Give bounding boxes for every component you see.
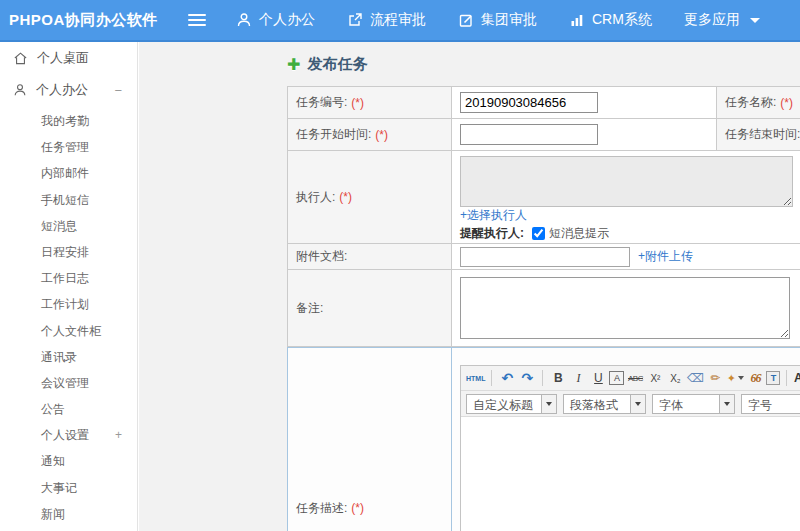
- sidebar-item-schedule[interactable]: 日程安排: [0, 239, 137, 265]
- required-mark: (*): [351, 501, 364, 515]
- nav-label: 个人办公: [259, 11, 315, 29]
- font-size-select[interactable]: 字号: [741, 394, 800, 414]
- top-header: PHPOA协同办公软件 个人办公 流程审批 集团审批 CRM系统: [0, 0, 800, 42]
- flow-icon: [347, 12, 363, 28]
- collapse-minus-icon[interactable]: −: [114, 83, 122, 98]
- task-number-label: 任务编号:(*): [288, 87, 452, 118]
- sms-remind-label: 短消息提示: [549, 225, 609, 242]
- italic-button[interactable]: I: [569, 369, 587, 388]
- sidebar-item-file-cabinet[interactable]: 个人文件柜: [0, 318, 137, 344]
- text-border-button[interactable]: A: [609, 371, 624, 385]
- end-time-label: 任务结束时间:(*): [717, 119, 800, 150]
- sidebar-item-short-message[interactable]: 短消息: [0, 213, 137, 239]
- paste-text-button[interactable]: T: [766, 371, 780, 385]
- start-time-input[interactable]: [460, 124, 598, 145]
- sidebar-item-meeting[interactable]: 会议管理: [0, 370, 137, 396]
- quick-format-button[interactable]: ✦: [726, 369, 744, 388]
- undo-icon[interactable]: ↶: [498, 369, 516, 388]
- underline-button[interactable]: U: [589, 369, 607, 388]
- chevron-down-icon[interactable]: [630, 395, 645, 413]
- required-mark: (*): [339, 190, 352, 204]
- attachment-input[interactable]: [460, 247, 630, 267]
- choose-executor-link[interactable]: +选择执行人: [460, 208, 527, 222]
- sidebar-item-announcement[interactable]: 公告: [0, 396, 137, 422]
- attachment-row: 附件文档: +附件上传: [288, 244, 800, 270]
- nav-label: 集团审批: [481, 11, 537, 29]
- nav-label: CRM系统: [592, 11, 652, 29]
- main-content: ✚ 发布任务 任务编号:(*) 任务名称:(*) 任务开始时间:(*): [139, 42, 800, 531]
- editor-toolbar-row1: HTML ↶ ↷ B I U A ABC X² X₂ ⌫ ✏ ✦ 66 T: [461, 366, 800, 391]
- executor-label: 执行人:(*): [288, 151, 452, 243]
- remark-row: 备注:: [288, 270, 800, 347]
- task-number-row: 任务编号:(*) 任务名称:(*): [288, 87, 800, 119]
- menu-toggle-icon[interactable]: [188, 14, 206, 26]
- user-icon: [13, 83, 27, 97]
- html-source-button[interactable]: HTML: [466, 369, 485, 388]
- task-name-label: 任务名称:(*): [717, 87, 800, 118]
- superscript-button[interactable]: X²: [646, 369, 664, 388]
- executor-textarea[interactable]: [460, 156, 793, 207]
- font-color-button[interactable]: A: [793, 369, 800, 388]
- task-number-input[interactable]: [460, 92, 598, 113]
- remind-executor-label: 提醒执行人:: [460, 225, 524, 242]
- page-title: ✚ 发布任务: [287, 54, 800, 74]
- sidebar-item-notice[interactable]: 通知: [0, 448, 137, 474]
- required-mark: (*): [351, 96, 364, 110]
- remark-label: 备注:: [288, 270, 452, 346]
- paragraph-format-select[interactable]: 段落格式: [563, 394, 646, 414]
- executor-row: 执行人:(*) +选择执行人 提醒执行人: 短消息提示: [288, 151, 800, 244]
- chevron-down-icon[interactable]: [719, 395, 734, 413]
- sms-remind-checkbox[interactable]: [532, 227, 545, 240]
- sidebar-item-address-book[interactable]: 通讯录: [0, 344, 137, 370]
- sidebar-item-internal-mail[interactable]: 内部邮件: [0, 160, 137, 186]
- top-nav: 个人办公 流程审批 集团审批 CRM系统 更多应用: [236, 11, 792, 29]
- task-description-label: 任务描述:: [296, 501, 347, 515]
- editor-content-area[interactable]: [461, 417, 800, 531]
- sidebar-item-label: 个人桌面: [37, 49, 89, 67]
- subscript-button[interactable]: X₂: [666, 369, 684, 388]
- expand-plus-icon[interactable]: +: [115, 422, 122, 448]
- sidebar-item-label: 个人办公: [36, 81, 88, 99]
- sidebar-item-vote[interactable]: 投票: [0, 527, 137, 531]
- strikethrough-button[interactable]: ABC: [626, 369, 644, 388]
- nav-workflow-approval[interactable]: 流程审批: [347, 11, 426, 29]
- sidebar: 个人桌面 个人办公 − 我的考勤 任务管理 内部邮件 手机短信 短消息 日程安排…: [0, 42, 138, 531]
- blockquote-button[interactable]: 66: [746, 369, 764, 388]
- user-icon: [236, 12, 252, 28]
- edit-icon: [458, 12, 474, 28]
- sidebar-item-desktop[interactable]: 个人桌面: [0, 42, 137, 74]
- redo-icon[interactable]: ↷: [518, 369, 536, 388]
- sidebar-item-work-log[interactable]: 工作日志: [0, 265, 137, 291]
- sidebar-item-label: 个人设置: [41, 428, 89, 442]
- remark-textarea[interactable]: [460, 277, 790, 339]
- attachment-upload-link[interactable]: +附件上传: [638, 248, 693, 265]
- task-time-row: 任务开始时间:(*) 任务结束时间:(*): [288, 119, 800, 151]
- custom-title-select[interactable]: 自定义标题: [466, 394, 557, 414]
- sidebar-item-personal-settings[interactable]: 个人设置 +: [0, 422, 137, 448]
- sidebar-submenu: 我的考勤 任务管理 内部邮件 手机短信 短消息 日程安排 工作日志 工作计划 个…: [0, 108, 137, 531]
- sidebar-item-mobile-sms[interactable]: 手机短信: [0, 187, 137, 213]
- editor-toolbar-row2: 自定义标题 段落格式 字体 字号: [461, 391, 800, 417]
- sidebar-item-news[interactable]: 新闻: [0, 501, 137, 527]
- nav-crm-system[interactable]: CRM系统: [569, 11, 652, 29]
- remove-format-button[interactable]: ⌫: [686, 369, 704, 388]
- nav-personal-office[interactable]: 个人办公: [236, 11, 315, 29]
- font-family-select[interactable]: 字体: [652, 394, 735, 414]
- nav-label: 更多应用: [684, 11, 740, 29]
- sidebar-item-attendance[interactable]: 我的考勤: [0, 108, 137, 134]
- sidebar-item-work-plan[interactable]: 工作计划: [0, 291, 137, 317]
- bold-button[interactable]: B: [549, 369, 567, 388]
- page-title-text: 发布任务: [307, 55, 367, 74]
- attachment-label: 附件文档:: [288, 244, 452, 269]
- rich-text-editor: HTML ↶ ↷ B I U A ABC X² X₂ ⌫ ✏ ✦ 66 T: [460, 365, 800, 531]
- chevron-down-icon[interactable]: [541, 395, 556, 413]
- format-painter-button[interactable]: ✏: [706, 369, 724, 388]
- caret-down-icon: [750, 18, 760, 23]
- task-description-row: 任务描述:(*) HTML ↶ ↷ B I U A ABC X² X₂: [287, 347, 800, 531]
- nav-more-apps[interactable]: 更多应用: [684, 11, 760, 29]
- nav-group-approval[interactable]: 集团审批: [458, 11, 537, 29]
- sidebar-item-events[interactable]: 大事记: [0, 475, 137, 501]
- sidebar-item-task-management[interactable]: 任务管理: [0, 134, 137, 160]
- add-plus-icon: ✚: [287, 55, 300, 74]
- sidebar-item-personal-office[interactable]: 个人办公 −: [0, 74, 137, 106]
